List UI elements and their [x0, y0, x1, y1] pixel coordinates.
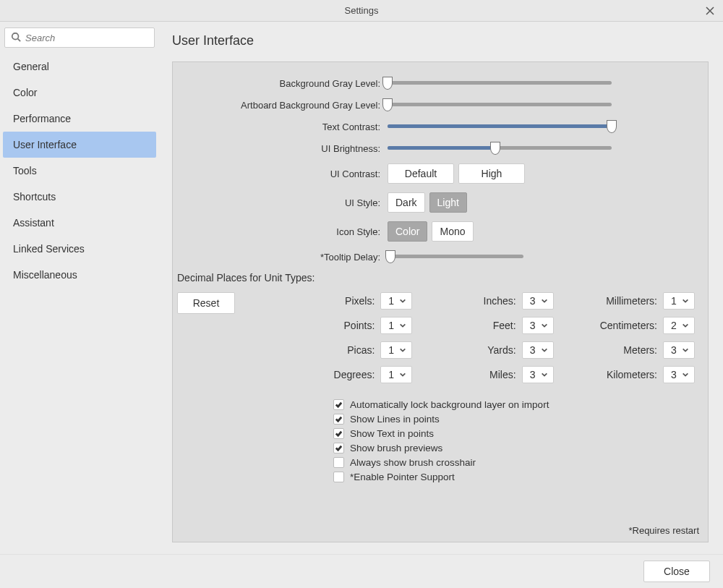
unit-value-picas: 1	[388, 344, 397, 356]
unit-label-kilometers: Kilometers:	[607, 369, 657, 380]
checkbox-3[interactable]	[333, 443, 344, 453]
unit-label-picas: Picas:	[347, 344, 375, 356]
ui-brightness-label: UI Brightness:	[174, 143, 388, 154]
close-icon[interactable]	[703, 4, 717, 18]
icon-style-mono[interactable]: Mono	[432, 221, 473, 242]
unit-select-feet[interactable]: 3	[522, 317, 554, 334]
unit-select-points[interactable]: 1	[380, 317, 412, 334]
unit-value-miles: 3	[530, 369, 539, 380]
tooltip-delay-slider[interactable]	[388, 250, 523, 263]
decimal-section-label: Decimal Places for Unit Types:	[174, 272, 695, 284]
checkbox-0[interactable]	[333, 399, 344, 410]
unit-value-meters: 3	[671, 344, 680, 356]
search-input[interactable]	[25, 33, 148, 43]
unit-select-kilometers[interactable]: 3	[663, 366, 695, 383]
icon-style-label: Icon Style:	[174, 226, 388, 237]
unit-value-inches: 3	[530, 295, 539, 307]
checkbox-4[interactable]	[333, 457, 344, 468]
unit-label-pixels: Pixels:	[345, 295, 375, 307]
check-label-1: Show Lines in points	[350, 414, 440, 425]
unit-label-points: Points:	[344, 320, 375, 331]
bg-gray-slider[interactable]	[388, 77, 612, 90]
unit-select-inches[interactable]: 3	[522, 292, 554, 310]
unit-select-meters[interactable]: 3	[663, 341, 695, 359]
sidebar-item-color[interactable]: Color	[0, 80, 159, 106]
unit-label-millimeters: Millimeters:	[606, 295, 657, 307]
unit-value-feet: 3	[530, 320, 539, 331]
chevron-down-icon	[539, 369, 550, 380]
check-row-1: Show Lines in points	[333, 414, 695, 425]
unit-row-degrees: Degrees:1	[300, 366, 412, 383]
check-row-3: Show brush previews	[333, 443, 695, 453]
ui-style-light[interactable]: Light	[429, 192, 467, 213]
sidebar-item-general[interactable]: General	[0, 54, 159, 80]
close-button[interactable]: Close	[643, 561, 710, 582]
unit-row-millimeters: Millimeters:1	[583, 292, 695, 310]
check-row-5: *Enable Pointer Support	[333, 472, 695, 482]
icon-style-color[interactable]: Color	[388, 221, 427, 242]
unit-value-points: 1	[388, 320, 397, 331]
tooltip-delay-label: *Tooltip Delay:	[174, 252, 388, 263]
ui-contrast-default[interactable]: Default	[388, 163, 454, 184]
check-label-2: Show Text in points	[350, 428, 434, 439]
content: User Interface Background Gray Level: Ar…	[159, 22, 723, 554]
text-contrast-slider[interactable]	[388, 120, 612, 133]
chevron-down-icon	[539, 295, 550, 307]
ui-style-dark[interactable]: Dark	[388, 192, 425, 213]
text-contrast-label: Text Contrast:	[174, 122, 388, 132]
check-label-5: *Enable Pointer Support	[350, 472, 455, 482]
unit-label-degrees: Degrees:	[334, 369, 375, 380]
sidebar-item-shortcuts[interactable]: Shortcuts	[0, 184, 159, 210]
checkbox-2[interactable]	[333, 428, 344, 439]
unit-label-inches: Inches:	[484, 295, 516, 307]
ui-brightness-slider[interactable]	[388, 142, 612, 155]
settings-panel: Background Gray Level: Artboard Backgrou…	[172, 61, 709, 542]
unit-row-points: Points:1	[300, 317, 412, 334]
icon-style-group: Color Mono	[388, 221, 474, 242]
chevron-down-icon	[397, 369, 408, 380]
sidebar-item-assistant[interactable]: Assistant	[0, 210, 159, 236]
unit-select-miles[interactable]: 3	[522, 366, 554, 383]
sidebar-item-tools[interactable]: Tools	[0, 158, 159, 184]
check-label-3: Show brush previews	[350, 443, 442, 453]
unit-value-degrees: 1	[388, 369, 397, 380]
chevron-down-icon	[680, 369, 691, 380]
unit-select-pixels[interactable]: 1	[380, 292, 412, 310]
artboard-bg-gray-slider[interactable]	[388, 98, 612, 111]
unit-value-millimeters: 1	[671, 295, 680, 307]
ui-contrast-group: Default High	[388, 163, 525, 184]
check-row-2: Show Text in points	[333, 428, 695, 439]
check-label-0: Automatically lock background layer on i…	[350, 399, 549, 410]
unit-select-centimeters[interactable]: 2	[663, 317, 695, 334]
unit-select-degrees[interactable]: 1	[380, 366, 412, 383]
unit-select-millimeters[interactable]: 1	[663, 292, 695, 310]
unit-row-feet: Feet:3	[441, 317, 553, 334]
unit-row-picas: Picas:1	[300, 341, 412, 359]
unit-row-yards: Yards:3	[441, 341, 553, 359]
unit-row-meters: Meters:3	[583, 341, 695, 359]
ui-contrast-high[interactable]: High	[458, 163, 525, 184]
sidebar-item-miscellaneous[interactable]: Miscellaneous	[0, 262, 159, 288]
sidebar-item-linked-services[interactable]: Linked Services	[0, 236, 159, 262]
unit-row-centimeters: Centimeters:2	[583, 317, 695, 334]
checkbox-1[interactable]	[333, 414, 344, 425]
unit-select-picas[interactable]: 1	[380, 341, 412, 359]
chevron-down-icon	[397, 320, 408, 331]
unit-row-pixels: Pixels:1	[300, 292, 412, 310]
check-label-4: Always show brush crosshair	[350, 457, 476, 468]
search-box[interactable]	[4, 27, 155, 48]
checkbox-5[interactable]	[333, 472, 344, 482]
chevron-down-icon	[680, 320, 691, 331]
unit-value-kilometers: 3	[671, 369, 680, 380]
reset-button[interactable]: Reset	[177, 292, 235, 314]
artboard-bg-gray-label: Artboard Background Gray Level:	[174, 100, 388, 111]
titlebar-title: Settings	[345, 5, 379, 16]
chevron-down-icon	[397, 344, 408, 356]
page-title: User Interface	[172, 33, 709, 48]
sidebar-item-performance[interactable]: Performance	[0, 106, 159, 132]
unit-select-yards[interactable]: 3	[522, 341, 554, 359]
titlebar: Settings	[0, 0, 723, 22]
sidebar-item-user-interface[interactable]: User Interface	[3, 132, 156, 158]
footer: Close	[0, 554, 723, 588]
chevron-down-icon	[680, 344, 691, 356]
